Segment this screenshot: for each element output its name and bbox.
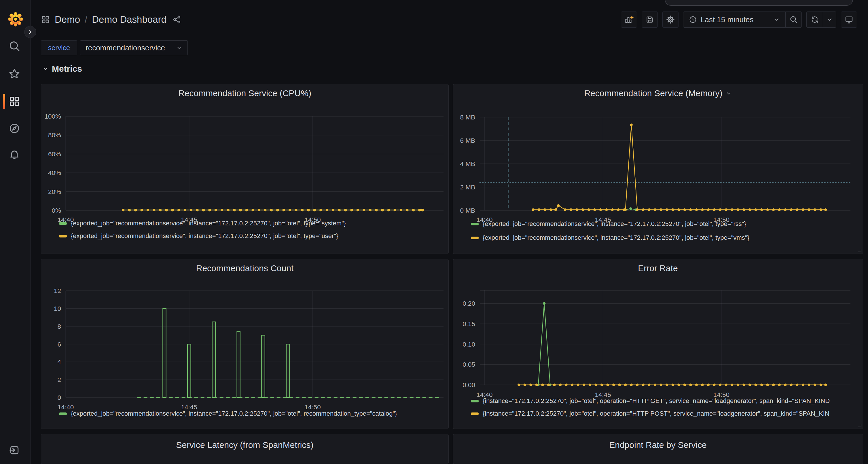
series-point — [796, 384, 798, 386]
bar — [237, 332, 240, 398]
panel-header[interactable]: Service Latency (from SpanMetrics) — [41, 440, 448, 450]
legend-swatch — [59, 412, 67, 415]
y-tick-label: 8 — [57, 323, 61, 330]
series-point — [713, 384, 716, 386]
active-item-indicator — [3, 94, 5, 109]
series-point — [611, 208, 614, 211]
series-point — [369, 209, 372, 211]
series-point — [356, 209, 359, 211]
panel-resize-handle[interactable] — [858, 249, 861, 252]
series-point — [754, 208, 757, 211]
y-tick-label: 6 — [57, 341, 61, 348]
series-point — [227, 209, 229, 211]
series-point — [258, 209, 260, 211]
series-point — [725, 384, 727, 386]
series-point — [518, 384, 520, 386]
legend-label: {instance="172.17.0.2:25270", job="otel"… — [483, 397, 830, 405]
legend-item[interactable]: {exported_job="recommendationservice", i… — [59, 220, 446, 227]
legend-item[interactable]: {instance="172.17.0.2:25270", job="otel"… — [471, 410, 861, 418]
legend-label: {exported_job="recommendationservice", i… — [483, 234, 749, 241]
series-point — [221, 209, 223, 211]
y-tick-label: 100% — [44, 113, 61, 120]
panel-header[interactable]: Endpoint Rate by Service — [453, 440, 863, 450]
row-metrics-toggle[interactable]: Metrics — [42, 64, 82, 74]
series-point — [636, 384, 639, 386]
sidebar-item-dashboards[interactable] — [8, 95, 21, 108]
legend-item[interactable]: {exported_job="recommendationservice", i… — [471, 234, 861, 241]
series-point — [742, 208, 745, 211]
breadcrumb-section[interactable]: Demo — [55, 14, 80, 25]
series-point — [695, 208, 698, 211]
refresh-button[interactable] — [807, 12, 823, 27]
time-range-picker[interactable]: Last 15 minutes — [683, 12, 785, 27]
sidebar-item-explore[interactable] — [8, 122, 21, 135]
series-point — [660, 208, 662, 211]
series-point — [677, 208, 680, 211]
chart-canvas[interactable]: 14:4014:4514:500%20%40%60%80%100% — [41, 84, 449, 254]
chart-canvas[interactable]: 14:4014:4514:500 MB2 MB4 MB6 MB8 MB — [453, 84, 863, 254]
sidebar-item-starred[interactable] — [8, 67, 21, 80]
series-point — [754, 384, 757, 386]
add-panel-icon — [624, 15, 633, 24]
sidebar — [0, 0, 31, 464]
series-point — [122, 209, 124, 211]
chart-canvas[interactable]: 14:4014:4514:50024681012 — [41, 259, 449, 429]
series-point — [543, 302, 546, 305]
series-point — [766, 208, 769, 211]
series-point — [421, 209, 424, 211]
add-panel-button[interactable] — [621, 11, 637, 28]
sidebar-expand-button[interactable] — [24, 26, 36, 38]
series-point — [630, 124, 633, 126]
series-point — [772, 208, 775, 211]
legend-label: {exported_job="recommendationservice", i… — [71, 232, 338, 240]
series-point — [400, 209, 402, 211]
y-tick-label: 0.20 — [463, 300, 475, 307]
share-icon[interactable] — [172, 15, 181, 24]
zoom-out-icon — [789, 15, 798, 24]
legend-item[interactable]: {exported_job="recommendationservice", i… — [59, 410, 446, 418]
series-point — [737, 208, 739, 211]
kiosk-mode-button[interactable] — [841, 11, 857, 28]
grafana-logo[interactable] — [7, 10, 24, 27]
sidebar-item-search[interactable] — [8, 40, 21, 53]
sidebar-item-sign-in[interactable] — [8, 444, 21, 457]
variable-dropdown[interactable]: recommendationservice — [80, 40, 188, 55]
series-point — [654, 384, 656, 386]
sign-in-icon — [8, 444, 21, 456]
series-point — [824, 208, 827, 211]
series-point — [790, 208, 793, 211]
time-zoom-out-button[interactable] — [785, 12, 802, 27]
legend-item[interactable]: {exported_job="recommendationservice", i… — [471, 220, 861, 228]
chevron-down-icon — [826, 16, 833, 23]
series-point — [570, 208, 572, 211]
refresh-icon — [810, 15, 819, 24]
series-point — [784, 384, 786, 386]
series-point — [233, 209, 236, 211]
star-icon — [8, 68, 21, 80]
series-point — [648, 208, 650, 211]
refresh-interval-dropdown[interactable] — [823, 12, 836, 27]
series-point — [388, 209, 390, 211]
series-point — [544, 208, 546, 211]
series-point — [245, 209, 248, 211]
series-point — [270, 209, 273, 211]
series-point — [778, 208, 781, 211]
series-point — [593, 208, 596, 211]
panel-resize-handle[interactable] — [858, 424, 861, 427]
bar — [212, 322, 215, 398]
legend-item[interactable]: {instance="172.17.0.2:25270", job="otel"… — [471, 397, 861, 405]
sidebar-item-alerting[interactable] — [8, 148, 21, 161]
series-point — [624, 208, 627, 211]
series-point — [683, 384, 686, 386]
refresh-group — [806, 11, 836, 28]
save-dashboard-button[interactable] — [642, 11, 658, 28]
series-point — [239, 209, 242, 211]
y-tick-label: 0.05 — [463, 361, 475, 368]
dashboard-settings-button[interactable] — [662, 11, 679, 28]
y-tick-label: 8 MB — [460, 114, 475, 121]
legend-item[interactable]: {exported_job="recommendationservice", i… — [59, 232, 446, 240]
series-point — [418, 209, 421, 211]
series-point — [172, 209, 174, 211]
series-point — [147, 209, 149, 211]
series-point — [707, 384, 710, 386]
